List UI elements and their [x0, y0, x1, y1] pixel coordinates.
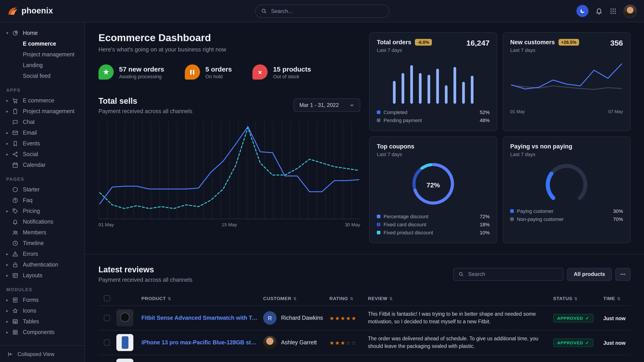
sidebar-section-label-modules: MODULES — [6, 287, 78, 292]
total-orders-period: Last 7 days — [377, 47, 432, 53]
axis-label: 07 May — [608, 109, 623, 114]
global-search[interactable] — [255, 4, 389, 18]
row-checkbox-2[interactable] — [104, 340, 110, 346]
sidebar-item-project-management[interactable]: ▸Project management — [0, 106, 84, 117]
total-orders-legend: Completed52%Pending payment48% — [377, 108, 490, 124]
paying-legend-item: Paying customer30% — [510, 207, 623, 215]
sidebar-item-forms[interactable]: ▸Forms — [0, 295, 84, 306]
row-checkbox-1[interactable] — [104, 315, 110, 321]
sidebar-subitem-project-management[interactable]: Project management — [0, 49, 84, 60]
reviews-search[interactable] — [453, 268, 564, 281]
reviews-table: PRODUCT⇅CUSTOMER⇅RATING⇅REVIEW⇅STATUS⇅TI… — [98, 291, 630, 362]
sidebar-item-starter[interactable]: Starter — [0, 184, 84, 195]
latest-reviews-section: Latest reviews Payment received across a… — [85, 254, 644, 362]
legend-value: 18% — [480, 222, 490, 227]
sidebar-item-timeline[interactable]: Timeline — [0, 238, 84, 249]
sidebar-nav: ▾HomeE commerceProject managementLanding… — [0, 28, 84, 338]
brand[interactable]: phoenix — [7, 5, 53, 16]
caret-right-icon: ▸ — [6, 109, 12, 114]
star-icon — [12, 307, 19, 314]
sidebar-item-label: Pricing — [23, 208, 40, 214]
status-label: APPROVED — [557, 340, 583, 345]
column-header-review[interactable]: REVIEW⇅ — [365, 291, 550, 306]
sidebar-item-errors[interactable]: ▸Errors — [0, 249, 84, 259]
sidebar-item-label: Starter — [23, 186, 40, 193]
stat-text: 15 productsOut of stock — [273, 65, 311, 79]
column-header-product[interactable]: PRODUCT⇅ — [139, 291, 260, 306]
column-label: CUSTOMER — [263, 296, 291, 301]
reviews-search-input[interactable] — [467, 271, 558, 278]
bookmark-icon — [12, 140, 19, 147]
sidebar-section-label-pages: PAGES — [6, 177, 78, 182]
customer-name: Ashley Garrett — [281, 340, 317, 346]
sidebar-item-e-commerce[interactable]: ▸E commerce — [0, 95, 84, 106]
column-label: PRODUCT — [142, 296, 166, 301]
sidebar-item-pricing[interactable]: ▸Pricing — [0, 206, 84, 216]
pause-icon — [185, 64, 200, 80]
legend-label: Percentage discount — [384, 214, 428, 219]
caret-right-icon: ▸ — [6, 98, 12, 103]
column-header-customer[interactable]: CUSTOMER⇅ — [260, 291, 327, 306]
top-coupons-legend-item: Fixed card discount18% — [377, 220, 490, 229]
product-link[interactable]: Fitbit Sense Advanced Smartwatch with To… — [142, 315, 258, 321]
sidebar-subitem-label: Project management — [23, 51, 74, 58]
sidebar-item-label: Events — [23, 140, 40, 147]
search-input[interactable] — [270, 7, 383, 14]
status-badge: APPROVED✓ — [553, 314, 593, 323]
status-cell: APPROVED✓ — [550, 330, 600, 355]
customer: RRichard Dawkins — [263, 311, 324, 325]
page-subtitle: Here's what's going on at your business … — [98, 46, 360, 53]
sidebar-item-members[interactable]: Members — [0, 227, 84, 238]
app-root: phoenix — [0, 0, 644, 362]
collapsed-view-toggle[interactable]: Collapsed View — [0, 345, 84, 362]
check-icon: ✓ — [585, 316, 589, 321]
sidebar-subitem-landing[interactable]: Landing — [0, 60, 84, 71]
notifications-button[interactable] — [595, 7, 603, 15]
select-all-checkbox[interactable] — [104, 295, 110, 301]
date-range-select[interactable]: Mar 1 - 31, 2022 — [294, 98, 360, 112]
customer: Ashley Garrett — [263, 336, 324, 349]
sidebar-item-label: Tables — [23, 318, 39, 325]
legend-value: 30% — [613, 208, 623, 214]
sidebar-item-layouts[interactable]: ▸Layouts — [0, 270, 84, 281]
column-header-status[interactable]: STATUS⇅ — [550, 291, 600, 306]
product-link[interactable]: iPhone 13 pro max-Pacific Blue-128GB sto… — [142, 340, 258, 346]
column-header-time[interactable]: TIME⇅ — [600, 291, 630, 306]
apps-grid-button[interactable] — [610, 7, 617, 14]
sidebar-item-email[interactable]: ▸Email — [0, 127, 84, 138]
layout-icon — [12, 272, 19, 279]
sidebar-item-authentication[interactable]: ▸Authentication — [0, 259, 84, 270]
sidebar-item-components[interactable]: ▸Components — [0, 327, 84, 338]
total-orders-card: Total orders -6.8% Last 7 days 16,247 Co… — [369, 32, 497, 131]
sidebar-item-calendar[interactable]: Calendar — [0, 160, 84, 170]
column-header-rating[interactable]: RATING⇅ — [327, 291, 365, 306]
sidebar-item-notifications[interactable]: Notifications — [0, 216, 84, 227]
top-coupons-period: Last 7 days — [377, 152, 414, 157]
total-orders-bar-chart — [393, 58, 474, 104]
sidebar-subitem-social-feed[interactable]: Social feed — [0, 71, 84, 81]
sidebar-item-chat[interactable]: Chat — [0, 117, 84, 127]
new-customers-title: New customers — [510, 39, 555, 46]
more-options-button[interactable]: ⋯ — [615, 268, 630, 281]
sidebar-item-social[interactable]: ▸Social — [0, 149, 84, 160]
theme-toggle-button[interactable] — [576, 5, 588, 17]
sidebar-subitem-e-commerce[interactable]: E commerce — [0, 38, 84, 49]
sidebar-item-label: Forms — [23, 297, 39, 303]
sidebar-item-events[interactable]: ▸Events — [0, 138, 84, 149]
column-label: RATING — [330, 296, 348, 301]
sidebar-item-home[interactable]: ▾Home — [0, 28, 84, 38]
product-image-cell — [114, 330, 139, 355]
all-products-button[interactable]: All products — [567, 268, 612, 281]
sidebar-item-tables[interactable]: ▸Tables — [0, 316, 84, 327]
legend-swatch — [510, 209, 514, 213]
user-avatar[interactable] — [624, 4, 637, 18]
stars-filled: ★★★★★ — [330, 315, 357, 322]
sidebar-item-label: Faq — [23, 197, 32, 203]
total-orders-legend-item: Completed52% — [377, 108, 490, 116]
sidebar-item-faq[interactable]: Faq — [0, 195, 84, 206]
sidebar-item-icons[interactable]: ▸Icons — [0, 306, 84, 316]
sidebar: ▾HomeE commerceProject managementLanding… — [0, 22, 85, 362]
row-select-cell — [98, 330, 114, 355]
customer-avatar-photo — [263, 336, 276, 349]
caret-right-icon: ▸ — [6, 263, 12, 267]
